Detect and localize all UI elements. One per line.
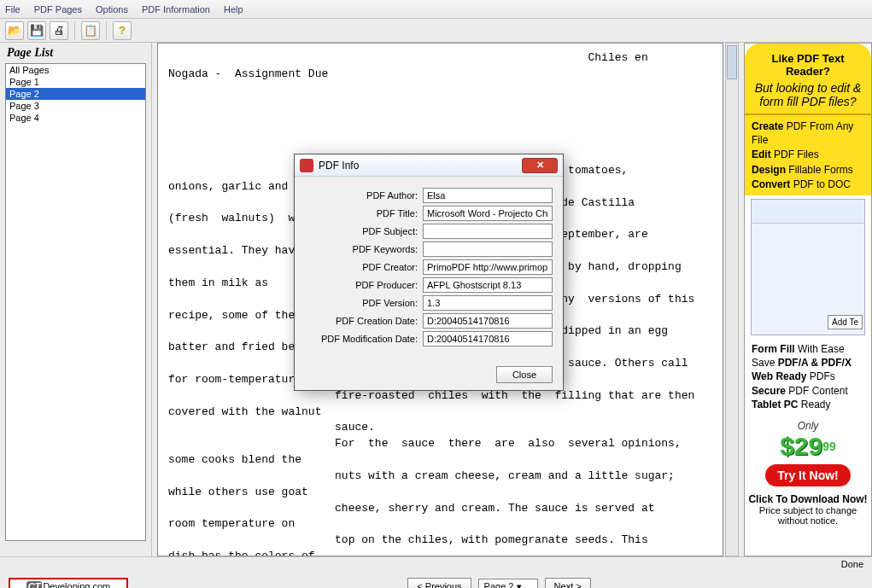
keywords-label: PDF Keywords: bbox=[305, 244, 418, 254]
ad-screenshot: Add Te bbox=[751, 199, 865, 335]
version-label: PDF Version: bbox=[305, 298, 418, 308]
keywords-field[interactable] bbox=[423, 242, 553, 257]
created-field[interactable] bbox=[423, 313, 553, 329]
pdf-info-dialog: PDF Info ✕ PDF Author: PDF Title: PDF Su… bbox=[294, 154, 564, 391]
vertical-scrollbar[interactable] bbox=[725, 43, 739, 556]
menu-options[interactable]: Options bbox=[96, 4, 128, 15]
prev-button[interactable]: < Previous bbox=[407, 578, 471, 588]
created-label: PDF Creation Date: bbox=[305, 316, 418, 326]
sidebar: Page List All Pages Page 1 Page 2 Page 3… bbox=[0, 43, 152, 556]
title-field[interactable] bbox=[423, 206, 553, 221]
page-item-2[interactable]: Page 2 bbox=[6, 88, 145, 100]
ctdeveloping-logo[interactable]: CTDeveloping.com bbox=[9, 578, 128, 588]
try-it-now-button[interactable]: Try It Now! bbox=[765, 464, 851, 486]
ad-price: Only $2999 bbox=[780, 420, 836, 461]
creator-field[interactable] bbox=[423, 259, 553, 275]
title-label: PDF Title: bbox=[305, 208, 418, 218]
save-button[interactable]: 💾 bbox=[27, 21, 46, 40]
menu-help[interactable]: Help bbox=[224, 4, 243, 15]
help-icon: ? bbox=[119, 24, 126, 37]
toolbar: 📂 💾 🖨 📋 ? bbox=[0, 19, 872, 43]
modified-field[interactable] bbox=[423, 331, 553, 346]
status-bar: Done bbox=[0, 556, 872, 573]
open-button[interactable]: 📂 bbox=[5, 21, 24, 40]
dialog-title: PDF Info bbox=[319, 160, 522, 172]
toolbar-separator bbox=[74, 21, 75, 40]
copy-icon: 📋 bbox=[84, 24, 97, 37]
scrollbar-thumb[interactable] bbox=[727, 45, 737, 79]
close-button[interactable]: Close bbox=[496, 366, 553, 383]
subject-field[interactable] bbox=[423, 224, 553, 239]
page-item-3[interactable]: Page 3 bbox=[6, 100, 145, 112]
ad-panel: Like PDF Text Reader? But looking to edi… bbox=[744, 43, 872, 556]
page-item-4[interactable]: Page 4 bbox=[6, 112, 145, 124]
nav-bar: CTDeveloping.com < Previous Page 2 ▾ Nex… bbox=[0, 573, 872, 588]
menu-pdf-pages[interactable]: PDF Pages bbox=[34, 4, 82, 15]
ad-add-text-button: Add Te bbox=[828, 315, 863, 329]
print-button[interactable]: 🖨 bbox=[50, 21, 68, 40]
status-text: Done bbox=[841, 559, 863, 569]
author-label: PDF Author: bbox=[305, 190, 418, 201]
help-button[interactable]: ? bbox=[113, 21, 132, 40]
ad-subhead: But looking to edit & form fill PDF file… bbox=[752, 81, 864, 108]
ad-disclaimer: Price subject to change without notice. bbox=[748, 505, 868, 526]
menu-file[interactable]: File bbox=[5, 4, 20, 15]
creator-label: PDF Creator: bbox=[305, 262, 418, 272]
page-item-all[interactable]: All Pages bbox=[6, 64, 145, 76]
ad-benefits: Form Fill With Ease Save PDF/A & PDF/X W… bbox=[745, 339, 871, 415]
dialog-titlebar[interactable]: PDF Info ✕ bbox=[295, 154, 563, 177]
menu-bar: File PDF Pages Options PDF Information H… bbox=[0, 0, 872, 19]
app-icon bbox=[300, 159, 313, 172]
producer-field[interactable] bbox=[423, 277, 553, 293]
save-icon: 💾 bbox=[30, 24, 44, 37]
menu-pdf-information[interactable]: PDF Information bbox=[142, 4, 210, 15]
page-select[interactable]: Page 2 ▾ bbox=[478, 579, 538, 589]
ad-features: Create PDF From Any File Edit PDF Files … bbox=[745, 115, 871, 195]
copy-button[interactable]: 📋 bbox=[81, 21, 100, 40]
producer-label: PDF Producer: bbox=[305, 280, 418, 290]
author-field[interactable] bbox=[423, 188, 553, 203]
download-link[interactable]: Click To Download Now! bbox=[748, 493, 868, 505]
modified-label: PDF Modification Date: bbox=[305, 334, 418, 344]
toolbar-separator bbox=[106, 21, 107, 40]
print-icon: 🖨 bbox=[54, 24, 65, 37]
subject-label: PDF Subject: bbox=[305, 226, 418, 236]
version-field[interactable] bbox=[423, 295, 553, 311]
page-list[interactable]: All Pages Page 1 Page 2 Page 3 Page 4 bbox=[5, 63, 146, 541]
page-item-1[interactable]: Page 1 bbox=[6, 76, 145, 88]
ad-headline: Like PDF Text Reader? bbox=[752, 52, 864, 78]
close-icon[interactable]: ✕ bbox=[522, 158, 558, 173]
next-button[interactable]: Next > bbox=[545, 578, 591, 588]
pagelist-title: Page List bbox=[7, 46, 146, 60]
folder-open-icon: 📂 bbox=[8, 24, 21, 37]
